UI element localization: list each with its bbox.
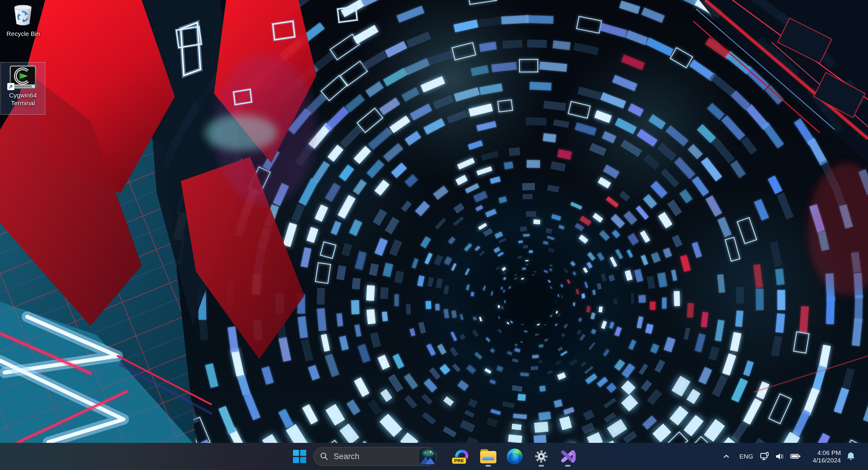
network-display-icon (760, 452, 770, 461)
notification-bell-icon (845, 451, 856, 462)
running-indicator (486, 465, 491, 467)
running-indicator (538, 465, 544, 467)
copilot-preview-badge: PRE (452, 457, 467, 464)
search-input[interactable] (333, 451, 410, 462)
file-explorer-icon (480, 449, 496, 464)
taskbar-app-settings[interactable] (532, 445, 551, 468)
time-label: 4:06 PM (807, 449, 841, 457)
language-indicator[interactable]: ENG (738, 447, 754, 466)
volume-tray-button[interactable] (774, 447, 786, 466)
desktop-icon-label: Cygwin64 Terminal (2, 91, 44, 107)
battery-tray-button[interactable] (789, 447, 802, 466)
desktop-icon-label: Recycle Bin (2, 30, 44, 38)
shortcut-arrow-icon (7, 83, 14, 90)
desktop-icon-cygwin64-terminal[interactable]: Cygwin64 Terminal (1, 62, 45, 115)
taskbar-app-file-explorer[interactable] (478, 445, 498, 468)
desktop-icon-recycle-bin[interactable]: Recycle Bin (2, 1, 44, 50)
visual-studio-icon (560, 448, 576, 464)
taskbar-app-copilot[interactable]: PRE (452, 445, 471, 468)
chevron-up-icon (723, 453, 730, 460)
taskbar-app-edge[interactable] (505, 445, 524, 468)
search-highlights-image[interactable] (419, 448, 435, 465)
date-label: 4/16/2024 (807, 457, 841, 464)
recycle-bin-icon (12, 4, 34, 28)
cygwin-terminal-icon (9, 65, 37, 90)
desktop-screen: Recycle Bin (0, 0, 868, 470)
taskbar: PRE (0, 443, 868, 470)
start-button[interactable] (290, 445, 309, 468)
taskbar-system-tray: ENG (720, 443, 858, 470)
language-label: ENG (739, 453, 753, 460)
windows-logo-icon (293, 450, 306, 463)
search-box[interactable] (313, 447, 437, 466)
wallpaper-overlay (0, 0, 868, 470)
battery-icon (790, 452, 801, 461)
hidden-icons-chevron[interactable] (720, 447, 733, 466)
running-indicator (565, 465, 570, 467)
notification-bell-button[interactable] (844, 447, 858, 466)
settings-gear-icon (533, 448, 549, 464)
clock[interactable]: 4:06 PM 4/16/2024 (807, 447, 841, 466)
volume-icon (775, 452, 785, 461)
network-tray-button[interactable] (759, 447, 771, 466)
magnifier-icon (320, 452, 329, 461)
taskbar-center-group: PRE (290, 443, 578, 470)
taskbar-app-visual-studio[interactable] (558, 445, 578, 468)
edge-icon (507, 448, 523, 464)
